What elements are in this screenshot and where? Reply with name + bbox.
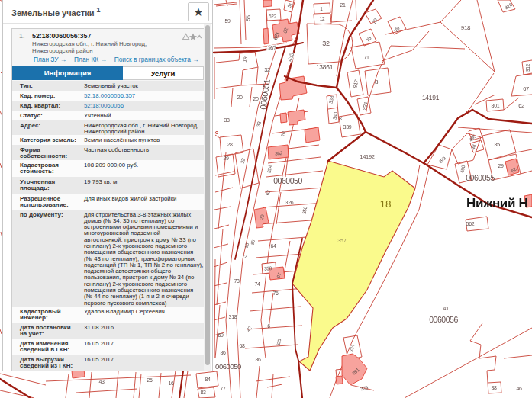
svg-text:318: 318 xyxy=(229,314,237,319)
svg-text:28: 28 xyxy=(227,142,233,147)
svg-text:86: 86 xyxy=(220,350,226,355)
svg-text:33: 33 xyxy=(224,117,230,123)
svg-text:77: 77 xyxy=(220,386,226,391)
svg-text:29: 29 xyxy=(223,156,229,161)
svg-text:0060055: 0060055 xyxy=(466,173,495,182)
svg-text:43: 43 xyxy=(98,379,105,384)
svg-text:62: 62 xyxy=(518,102,524,109)
svg-text:84: 84 xyxy=(205,377,211,382)
svg-text:67: 67 xyxy=(523,85,529,92)
svg-text:72: 72 xyxy=(241,254,247,259)
svg-text:0060056: 0060056 xyxy=(429,315,458,324)
svg-text:64: 64 xyxy=(270,243,276,249)
svg-text:32: 32 xyxy=(264,66,270,73)
svg-text:25: 25 xyxy=(147,377,153,383)
svg-text:18: 18 xyxy=(379,198,391,210)
svg-text:76: 76 xyxy=(272,290,279,296)
svg-text:32: 32 xyxy=(322,40,330,47)
svg-text:20: 20 xyxy=(237,95,243,100)
svg-text:Нижний Н: Нижний Н xyxy=(466,196,528,210)
svg-text:14192: 14192 xyxy=(360,153,374,160)
svg-text:35: 35 xyxy=(494,141,500,148)
svg-text:622: 622 xyxy=(269,14,277,19)
svg-text:362: 362 xyxy=(275,150,283,156)
svg-text:55: 55 xyxy=(245,15,250,21)
svg-text:339: 339 xyxy=(343,124,352,130)
svg-text:68: 68 xyxy=(239,343,245,348)
svg-text:16: 16 xyxy=(168,380,174,386)
svg-text:69: 69 xyxy=(218,332,224,338)
svg-text:357: 357 xyxy=(337,238,347,243)
svg-text:71: 71 xyxy=(363,55,369,60)
svg-text:74: 74 xyxy=(254,281,260,287)
svg-text:0060050: 0060050 xyxy=(215,362,241,371)
svg-text:918: 918 xyxy=(461,24,471,31)
svg-text:59: 59 xyxy=(224,18,231,24)
svg-text:12: 12 xyxy=(320,16,325,21)
svg-text:86: 86 xyxy=(255,357,261,362)
svg-text:367: 367 xyxy=(267,44,277,52)
svg-text:83: 83 xyxy=(200,390,206,395)
svg-text:801: 801 xyxy=(492,103,500,108)
svg-text:912: 912 xyxy=(525,63,530,72)
svg-text:73: 73 xyxy=(234,278,240,284)
svg-text:41: 41 xyxy=(443,305,449,312)
svg-text:20: 20 xyxy=(253,96,259,101)
svg-text:14191: 14191 xyxy=(422,94,440,101)
svg-text:13861: 13861 xyxy=(316,63,334,71)
svg-text:46: 46 xyxy=(516,386,522,391)
svg-text:6: 6 xyxy=(267,323,270,329)
svg-text:358: 358 xyxy=(264,265,272,271)
svg-text:326: 326 xyxy=(285,200,294,205)
svg-text:29: 29 xyxy=(498,163,504,169)
svg-text:0060050: 0060050 xyxy=(273,176,302,185)
svg-text:21: 21 xyxy=(340,2,346,8)
svg-text:562: 562 xyxy=(466,221,475,226)
svg-text:38: 38 xyxy=(491,385,497,390)
